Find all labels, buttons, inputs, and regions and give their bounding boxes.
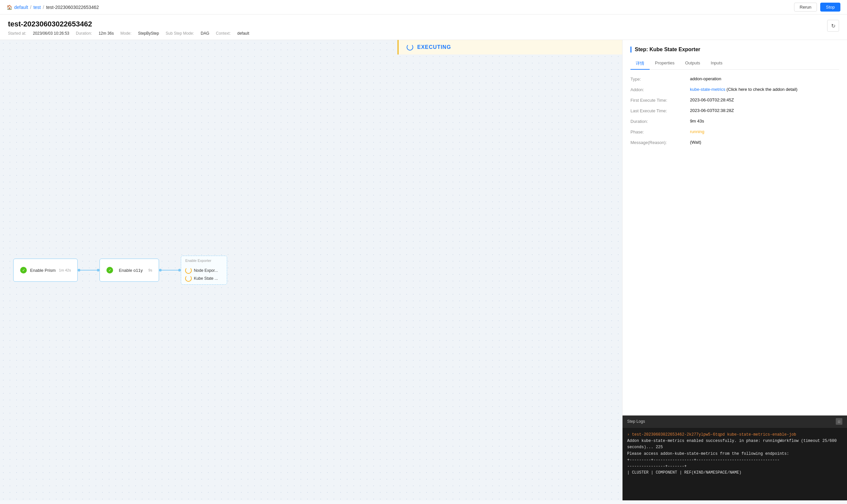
rerun-button[interactable]: Rerun [794,3,817,12]
node-duration-o11y: 9s [149,268,152,272]
breadcrumb-sep1: / [30,5,31,10]
substep-label: Sub Step Mode: [166,31,194,36]
breadcrumb: 🏠 default / test / test-2023060302265346… [6,5,99,10]
mode-label: Mode: [120,31,131,36]
connector-dot-2 [97,269,100,271]
phase-value: running [690,129,839,134]
running-icon-1 [185,275,192,282]
addon-link[interactable]: kube-state-metrics [690,87,725,92]
connector-dot-3 [159,269,162,271]
connector-dot-4 [178,269,181,271]
connector-line-1 [80,270,97,270]
log-line-5: ----------------+-------+ [627,463,842,470]
context-label: Context: [216,31,231,36]
duration-label: Duration: [630,119,690,124]
executing-banner: EXECUTING [397,40,622,54]
tab-details[interactable]: 详情 [630,58,650,70]
last-execute-value: 2023-06-03T02:38:28Z [690,108,839,113]
type-value: addon-operation [690,76,839,82]
message-label: Message(Reason): [630,140,690,145]
node-label-prism: Enable Prism [30,268,55,273]
mode-value: StepByStep [138,31,159,36]
refresh-button[interactable]: ↻ [827,20,839,32]
header-meta: Started at: 2023/06/03 10:26:53 Duration… [8,31,249,36]
running-icon-0 [185,267,192,274]
breadcrumb-sep2: / [43,5,44,10]
pipeline-nodes: ✓ Enable Prism 1m 42s ✓ Enable o11y 9s E… [13,256,227,285]
log-line-1: › test-20230603022653462-2k277ylpw5-6tqp… [627,432,842,438]
executing-spinner [407,44,413,51]
duration-value: 9m 43s [690,119,839,124]
log-line-6: | CLUSTER | COMPONENT | REF(KIND/NAMESPA… [627,470,842,476]
logs-title: Step Logs [627,419,645,424]
right-panel: Step: Kube State Exporter 详情 Properties … [622,40,847,500]
breadcrumb-current: test-20230603022653462 [46,5,99,10]
logs-header: Step Logs □ [623,415,847,428]
tab-inputs[interactable]: Inputs [706,58,728,70]
executing-banner-area: EXECUTING [397,40,622,54]
step-detail: Step: Kube State Exporter 详情 Properties … [623,40,847,415]
breadcrumb-middle[interactable]: test [33,5,41,10]
duration-value: 12m 36s [99,31,114,36]
connector-dot-1 [78,269,80,271]
stop-button[interactable]: Stop [820,3,841,12]
main-content: EXECUTING ✓ Enable Prism 1m 42s ✓ Enable… [0,40,847,500]
group-nodes: Node Expor... Kube State ... [185,267,218,282]
group-node-label-1: Kube State ... [194,276,218,281]
breadcrumb-home[interactable]: default [14,5,28,10]
info-grid: Type: addon-operation Addon: kube-state-… [630,76,839,145]
step-logs: Step Logs □ › test-20230603022653462-2k2… [623,415,847,500]
tab-properties[interactable]: Properties [650,58,680,70]
nav-actions: Rerun Stop [794,3,841,12]
started-label: Started at: [8,31,26,36]
logs-expand-button[interactable]: □ [836,418,842,425]
home-icon: 🏠 [6,5,12,10]
substep-value: DAG [201,31,209,36]
duration-label: Duration: [76,31,92,36]
page-title: test-20230603022653462 [8,20,249,29]
group-node-label-0: Node Expor... [194,268,218,273]
connector-line-2 [162,270,178,270]
header-left: test-20230603022653462 Started at: 2023/… [8,20,249,36]
tab-outputs[interactable]: Outputs [680,58,706,70]
type-label: Type: [630,76,690,82]
first-execute-value: 2023-06-03T02:28:45Z [690,97,839,103]
page-header: test-20230603022653462 Started at: 2023/… [0,15,847,40]
step-title: Step: Kube State Exporter [630,47,839,53]
first-execute-label: First Execute Time: [630,97,690,103]
started-value: 2023/06/03 10:26:53 [33,31,69,36]
success-icon-prism: ✓ [20,267,27,273]
context-value: default [237,31,249,36]
pipeline-node-o11y[interactable]: ✓ Enable o11y 9s [100,258,159,282]
last-execute-label: Last Execute Time: [630,108,690,113]
addon-label: Addon: [630,87,690,92]
group-node-1[interactable]: Kube State ... [185,275,218,282]
addon-detail-text: (Click here to check the addon detail) [727,87,798,92]
log-line-2: Addon kube-state-metrics enabled success… [627,438,842,450]
logs-content: › test-20230603022653462-2k277ylpw5-6tqp… [623,428,847,500]
message-value: (Wait) [690,140,839,145]
success-icon-o11y: ✓ [106,267,113,273]
log-line-4: +---------+-----------------+-----------… [627,457,842,463]
pipeline-node-prism[interactable]: ✓ Enable Prism 1m 42s [13,258,78,282]
pipeline-group-exporter[interactable]: Enable Exporter Node Expor... Kube State… [181,256,227,285]
log-line-3: Please access addon-kube-state-metrics f… [627,451,842,457]
node-duration-prism: 1m 42s [59,268,71,272]
group-title: Enable Exporter [185,258,211,263]
addon-value: kube-state-metrics (Click here to check … [690,87,839,92]
step-tabs: 详情 Properties Outputs Inputs [630,58,839,70]
node-label-o11y: Enable o11y [119,268,142,273]
group-node-0[interactable]: Node Expor... [185,267,218,274]
executing-text: EXECUTING [417,44,451,50]
phase-label: Phase: [630,129,690,134]
pipeline-canvas: EXECUTING ✓ Enable Prism 1m 42s ✓ Enable… [0,40,622,500]
top-nav: 🏠 default / test / test-2023060302265346… [0,0,847,15]
